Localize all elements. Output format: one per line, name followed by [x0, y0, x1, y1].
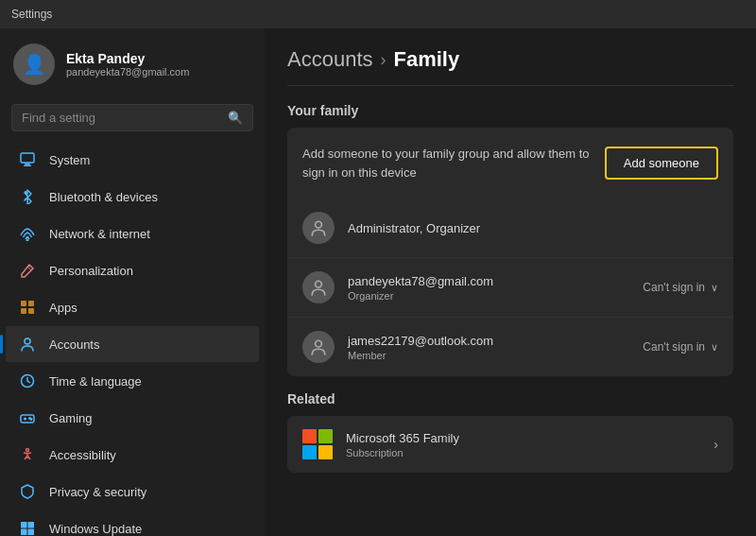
avatar — [302, 331, 335, 363]
sidebar-item-network[interactable]: Network & internet — [6, 216, 259, 251]
brush-icon — [19, 262, 36, 279]
breadcrumb: Accounts › Family — [287, 28, 733, 85]
sidebar-item-system[interactable]: System — [6, 142, 259, 178]
svg-point-21 — [316, 221, 322, 228]
add-someone-button[interactable]: Add someone — [605, 147, 718, 180]
member-info: pandeyekta78@gmail.com Organizer — [348, 274, 629, 302]
search-input[interactable] — [22, 111, 220, 125]
svg-point-15 — [30, 419, 31, 420]
sidebar-item-windows-label: Windows Update — [49, 522, 142, 536]
main-content: Accounts › Family Your family Add someon… — [265, 28, 756, 536]
table-row[interactable]: pandeyekta78@gmail.com Organizer Can't s… — [287, 257, 733, 317]
svg-rect-18 — [28, 522, 35, 528]
member-status: Can't sign in ∨ — [643, 340, 718, 354]
chevron-down-icon[interactable]: ∨ — [711, 282, 718, 294]
svg-point-9 — [25, 338, 30, 344]
svg-line-4 — [27, 267, 31, 270]
related-name: Microsoft 365 Family — [346, 431, 700, 445]
sidebar-item-privacy[interactable]: Privacy & security — [6, 474, 259, 510]
sidebar-item-system-label: System — [49, 153, 90, 167]
microsoft-icon — [302, 429, 333, 459]
svg-rect-20 — [28, 529, 35, 536]
sidebar-nav: System Bluetooth & devices Network & int… — [0, 141, 265, 536]
table-row[interactable]: Administrator, Organizer — [287, 199, 733, 257]
user-name: Ekta Pandey — [66, 51, 189, 66]
sidebar: 👤 Ekta Pandey pandeyekta78@gmail.com 🔍 S… — [0, 28, 265, 536]
avatar: 👤 — [13, 43, 55, 85]
svg-rect-19 — [21, 529, 27, 536]
svg-rect-17 — [21, 522, 27, 528]
related-sub: Subscription — [346, 447, 700, 458]
breadcrumb-parent[interactable]: Accounts — [287, 47, 373, 72]
sidebar-item-gaming-label: Gaming — [49, 411, 93, 425]
sidebar-item-windows[interactable]: Windows Update — [6, 510, 259, 536]
member-email: pandeyekta78@gmail.com — [348, 274, 629, 288]
monitor-icon — [19, 151, 36, 168]
search-icon: 🔍 — [228, 111, 243, 125]
svg-rect-7 — [21, 308, 26, 314]
related-info: Microsoft 365 Family Subscription — [346, 431, 700, 458]
clock-icon — [19, 372, 36, 389]
breadcrumb-current: Family — [394, 47, 460, 72]
sidebar-item-bluetooth-label: Bluetooth & devices — [49, 190, 158, 204]
user-email: pandeyekta78@gmail.com — [66, 66, 189, 78]
sidebar-item-accounts[interactable]: Accounts — [6, 326, 259, 362]
add-family-text: Add someone to your family group and all… — [302, 145, 605, 182]
svg-rect-1 — [25, 164, 30, 165]
chevron-down-icon-2[interactable]: ∨ — [711, 341, 718, 354]
shield-icon — [19, 483, 36, 500]
header-divider — [287, 85, 733, 86]
person-icon — [19, 336, 36, 353]
svg-point-16 — [26, 449, 29, 452]
svg-rect-8 — [28, 308, 34, 314]
svg-rect-5 — [21, 301, 26, 306]
svg-rect-0 — [21, 153, 34, 163]
sidebar-item-personalization[interactable]: Personalization — [6, 252, 259, 288]
titlebar: Settings — [0, 0, 756, 28]
member-email: Administrator, Organizer — [348, 221, 718, 235]
member-role: Organizer — [348, 290, 629, 302]
accessibility-icon — [19, 446, 36, 463]
avatar — [302, 271, 335, 303]
breadcrumb-separator: › — [381, 50, 387, 70]
apps-icon — [19, 299, 36, 316]
gaming-icon — [19, 409, 36, 426]
sidebar-item-accessibility-label: Accessibility — [49, 448, 116, 462]
sidebar-item-apps[interactable]: Apps — [6, 289, 259, 325]
cant-sign-in-label-2: Can't sign in — [643, 340, 705, 354]
sidebar-item-network-label: Network & internet — [49, 227, 150, 241]
section-related-label: Related — [287, 391, 733, 406]
svg-rect-2 — [24, 165, 31, 167]
section-family-label: Your family — [287, 103, 733, 118]
svg-point-3 — [26, 239, 28, 241]
cant-sign-in-label: Can't sign in — [643, 281, 705, 294]
avatar — [302, 212, 335, 244]
user-section: 👤 Ekta Pandey pandeyekta78@gmail.com — [0, 28, 265, 100]
svg-point-23 — [316, 340, 322, 347]
related-item-ms365[interactable]: Microsoft 365 Family Subscription › — [287, 416, 733, 473]
member-status: Can't sign in ∨ — [643, 281, 718, 294]
sidebar-item-gaming[interactable]: Gaming — [6, 400, 259, 436]
table-row[interactable]: james22179@outlook.com Member Can't sign… — [287, 317, 733, 376]
sidebar-item-personalization-label: Personalization — [49, 264, 133, 278]
sidebar-item-accounts-label: Accounts — [49, 337, 99, 352]
sidebar-item-time[interactable]: Time & language — [6, 363, 259, 399]
svg-rect-6 — [28, 301, 34, 306]
add-family-row: Add someone to your family group and all… — [287, 128, 733, 199]
chevron-right-icon: › — [713, 437, 718, 452]
member-info: james22179@outlook.com Member — [348, 334, 629, 361]
sidebar-item-bluetooth[interactable]: Bluetooth & devices — [6, 179, 259, 215]
search-box[interactable]: 🔍 — [11, 104, 253, 131]
sidebar-item-apps-label: Apps — [49, 301, 77, 315]
titlebar-label: Settings — [11, 8, 52, 21]
windows-icon — [19, 520, 36, 536]
bluetooth-icon — [19, 188, 36, 205]
add-family-card: Add someone to your family group and all… — [287, 128, 733, 376]
member-role: Member — [348, 350, 629, 361]
user-info: Ekta Pandey pandeyekta78@gmail.com — [66, 51, 189, 78]
member-info: Administrator, Organizer — [348, 221, 718, 235]
svg-point-22 — [316, 281, 322, 287]
member-email: james22179@outlook.com — [348, 334, 629, 348]
sidebar-item-accessibility[interactable]: Accessibility — [6, 437, 259, 473]
sidebar-item-time-label: Time & language — [49, 374, 142, 389]
